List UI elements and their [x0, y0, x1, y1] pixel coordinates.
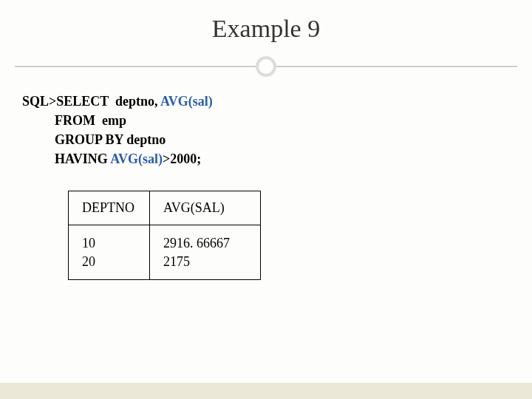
page-title: Example 9 [0, 0, 532, 56]
sql-line-1: SQL>SELECT deptno, AVG(sal) [22, 92, 532, 111]
sql-line-3: GROUP BY deptno [22, 130, 532, 149]
cell-value: 2175 [163, 253, 247, 270]
result-table: DEPTNO AVG(SAL) 10 20 2916. 66667 2175 [68, 191, 261, 280]
sql-line-4: HAVING AVG(sal)>2000; [22, 149, 532, 168]
sql-select-text: SELECT deptno, [56, 94, 160, 109]
sql-having-cond: >2000; [163, 151, 201, 166]
cell-deptno: 10 20 [69, 225, 150, 280]
cell-avgsal: 2916. 66667 2175 [150, 225, 261, 280]
table-row: 10 20 2916. 66667 2175 [69, 225, 261, 280]
title-divider [0, 56, 532, 77]
cell-value: 10 [82, 234, 136, 252]
sql-prompt: SQL> [22, 94, 56, 109]
divider-circle-icon [256, 56, 276, 77]
sql-avg-fn-1: AVG(sal) [160, 94, 213, 109]
cell-value: 2916. 66667 [163, 234, 247, 252]
footer-band [0, 383, 532, 399]
sql-line-2: FROM emp [22, 111, 532, 130]
sql-code-block: SQL>SELECT deptno, AVG(sal) FROM emp GRO… [0, 92, 532, 168]
col-header-avgsal: AVG(SAL) [150, 191, 261, 225]
table-header-row: DEPTNO AVG(SAL) [69, 191, 261, 225]
col-header-deptno: DEPTNO [69, 191, 150, 225]
sql-avg-fn-2: AVG(sal) [110, 151, 163, 166]
sql-having-text: HAVING [55, 151, 110, 166]
cell-value: 20 [82, 253, 136, 270]
